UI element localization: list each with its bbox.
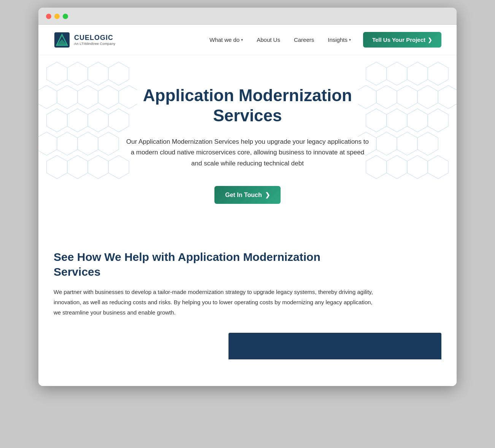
- svg-marker-4: [67, 62, 88, 85]
- svg-marker-18: [78, 132, 98, 155]
- get-in-touch-button[interactable]: Get In Touch ❯: [214, 186, 281, 204]
- svg-marker-24: [366, 62, 387, 85]
- get-in-touch-chevron-icon: ❯: [265, 191, 270, 199]
- nav-item-insights[interactable]: Insights ▾: [328, 37, 351, 43]
- logo-name: CUELOGIC: [74, 34, 115, 42]
- svg-marker-26: [407, 62, 428, 85]
- logo-text: CUELOGIC An LTIMindtree Company: [74, 34, 115, 46]
- lower-section: See How We Help with Application Moderni…: [38, 227, 457, 375]
- svg-marker-43: [407, 156, 428, 179]
- svg-marker-5: [88, 62, 108, 85]
- chevron-down-icon: ▾: [349, 38, 351, 42]
- svg-marker-27: [428, 62, 448, 85]
- svg-marker-44: [428, 156, 448, 179]
- logo-icon: [54, 32, 70, 48]
- nav-link-insights[interactable]: Insights ▾: [328, 37, 351, 43]
- hero-description: Our Application Modernization Services h…: [126, 137, 369, 170]
- logo-area: CUELOGIC An LTIMindtree Company: [54, 32, 115, 48]
- hex-pattern-right: [358, 55, 457, 227]
- svg-marker-20: [47, 156, 67, 179]
- hero-section: Application ModernizationServices Our Ap…: [38, 55, 457, 227]
- maximize-button[interactable]: [63, 14, 68, 19]
- navbar: CUELOGIC An LTIMindtree Company What we …: [38, 25, 457, 55]
- section-title: See How We Help with Application Moderni…: [54, 249, 327, 279]
- svg-marker-3: [47, 62, 67, 85]
- svg-marker-38: [376, 132, 397, 155]
- browser-content: CUELOGIC An LTIMindtree Company What we …: [38, 25, 457, 386]
- browser-window: CUELOGIC An LTIMindtree Company What we …: [38, 8, 457, 386]
- browser-chrome: [38, 8, 457, 25]
- nav-links: What we do ▾ About Us Careers Insights ▾: [209, 37, 351, 43]
- svg-marker-25: [387, 62, 407, 85]
- close-button[interactable]: [46, 14, 51, 19]
- hero-title: Application ModernizationServices: [54, 86, 441, 126]
- svg-marker-17: [57, 132, 78, 155]
- hex-pattern-left: [38, 55, 137, 227]
- nav-link-careers[interactable]: Careers: [294, 37, 314, 43]
- svg-marker-39: [397, 132, 417, 155]
- svg-marker-42: [387, 156, 407, 179]
- nav-link-what-we-do[interactable]: What we do ▾: [209, 37, 243, 43]
- svg-marker-16: [38, 132, 57, 155]
- nav-item-careers[interactable]: Careers: [294, 37, 314, 43]
- nav-item-what-we-do[interactable]: What we do ▾: [209, 37, 243, 43]
- svg-marker-6: [108, 62, 129, 85]
- cta-chevron-icon: ❯: [428, 37, 432, 43]
- svg-marker-19: [98, 132, 119, 155]
- section-body: We partner with businesses to develop a …: [54, 287, 373, 318]
- svg-marker-22: [88, 156, 108, 179]
- nav-item-about-us[interactable]: About Us: [257, 37, 280, 43]
- svg-marker-21: [67, 156, 88, 179]
- svg-marker-40: [417, 132, 438, 155]
- traffic-lights: [46, 14, 449, 24]
- minimize-button[interactable]: [54, 14, 60, 19]
- chevron-down-icon: ▾: [241, 38, 243, 42]
- dark-block: [228, 333, 441, 359]
- nav-link-about-us[interactable]: About Us: [257, 37, 280, 43]
- tell-us-project-button[interactable]: Tell Us Your Project ❯: [363, 32, 441, 48]
- logo-sub: An LTIMindtree Company: [74, 42, 115, 46]
